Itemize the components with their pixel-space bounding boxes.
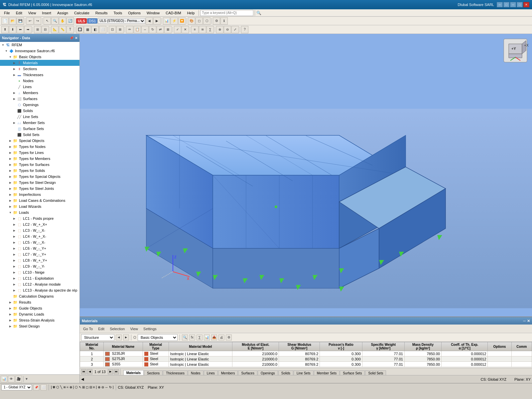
tree-load-cases[interactable]: ▶ 📁 Load Cases & Combinations (0, 198, 79, 203)
wire-btn[interactable]: ◻ (196, 17, 203, 25)
tree-rfem-root[interactable]: ▼ 🏗 RFEM (0, 42, 79, 48)
tree-lc3[interactable]: ▶ ⬚ LC3 - W_-_X- (0, 227, 79, 233)
dt-filter[interactable]: 🔍 (182, 334, 188, 340)
tree-results[interactable]: ▶ 📁 Results (0, 299, 79, 305)
tree-nodes[interactable]: ● Nodes (0, 78, 79, 84)
deform-btn[interactable]: ⚡ (171, 17, 178, 25)
tb2-btn3[interactable]: ⬅ (17, 26, 24, 33)
table-row[interactable]: 3 S355 Steel Isotropic | Linear Elastic … (80, 362, 532, 367)
tree-openings[interactable]: ⬡ Openings (0, 102, 79, 108)
sub-maximize-button[interactable]: □ (517, 2, 523, 7)
nav-data-btn[interactable]: 📊 (1, 376, 7, 382)
tree-sections[interactable]: ▶ Ⅱ Sections (0, 66, 79, 72)
tb2-fit[interactable]: ⤢ (231, 26, 239, 33)
tree-lc7[interactable]: ▶ ⬚ LC7 - W_-_Y+ (0, 251, 79, 257)
search-icon[interactable]: 🔍 (256, 11, 261, 15)
tree-basic-objects[interactable]: ▼ 📁 Basic Objects (0, 54, 79, 60)
viewport[interactable]: Z X +Y +X (80, 34, 532, 383)
cell-comm[interactable] (511, 356, 532, 362)
dt-chart[interactable]: 📊 (204, 334, 210, 340)
menu-tools[interactable]: Tools (111, 10, 125, 16)
view-btn[interactable]: View (128, 326, 140, 332)
structure-select[interactable]: Structure (81, 334, 114, 341)
menu-calculate[interactable]: Calculate (71, 10, 92, 16)
tree-lc6[interactable]: ▶ ⬚ LC6 - W_-_Y+ (0, 245, 79, 251)
page-last[interactable]: ⏭ (114, 369, 119, 374)
tree-member-sets[interactable]: ▶ ⟂⟂ Member Sets (0, 120, 79, 126)
tree-loads[interactable]: ▼ 📁 Loads (0, 209, 79, 215)
tb2-btn2[interactable]: ⬇ (9, 26, 16, 33)
tb2-copy[interactable]: 📋 (134, 26, 141, 33)
tree-steel-design[interactable]: ▶ 📁 Steel Design (0, 323, 79, 329)
tb2-check[interactable]: ✓ (174, 26, 181, 33)
select-button[interactable]: ↖ (44, 17, 51, 25)
menu-help[interactable]: Help (185, 10, 198, 16)
table-row[interactable]: 1 S235JR Steel Isotropic | Linear Elasti… (80, 351, 532, 356)
tree-thicknesses[interactable]: ▶ ▬ Thicknesses (0, 72, 79, 78)
tree-lc12[interactable]: ▶ ⬚ LC12 - Analyse modale (0, 281, 79, 287)
tb2-x[interactable]: ✕ (182, 26, 189, 33)
tb2-scale[interactable]: ⊠ (164, 26, 172, 33)
nav-video-btn[interactable]: 🎥 (15, 376, 22, 382)
nav-cube[interactable]: +Y +X (502, 37, 529, 64)
tb2-extra1[interactable]: ≡ (191, 26, 199, 33)
menu-insert[interactable]: Insert (39, 10, 54, 16)
dt-export[interactable]: 📤 (211, 334, 217, 340)
tree-surfaces[interactable]: ▶ ⬜ Surfaces (0, 96, 79, 102)
tree-types-steel-design[interactable]: ▶ 📁 Types for Steel Design (0, 180, 79, 186)
tb2-btn1[interactable]: ⬆ (1, 26, 9, 33)
tb2-mirror[interactable]: ⇌ (157, 26, 164, 33)
settings-btn[interactable]: ⚙ (213, 17, 220, 25)
results-btn[interactable]: 📊 (163, 17, 170, 25)
tb2-zoom2[interactable]: ⊖ (224, 26, 231, 33)
cell-options[interactable] (488, 356, 511, 362)
cell-options[interactable] (488, 351, 511, 356)
render-btn[interactable]: 🎨 (188, 17, 195, 25)
edit-btn[interactable]: Edit (96, 326, 106, 332)
table-row[interactable]: 2 S275JR Steel Isotropic | Linear Elasti… (80, 356, 532, 362)
tree-load-wizards[interactable]: ▶ 📁 Load Wizards (0, 203, 79, 209)
tree-guide-objects[interactable]: ▶ 📁 Guide Objects (0, 305, 79, 311)
menu-file[interactable]: File (1, 10, 13, 16)
tb2-grid[interactable]: ⊞ (34, 26, 41, 33)
dt-print[interactable]: 🖨 (218, 334, 224, 340)
navigator-tree[interactable]: ▼ 🏗 RFEM ▼ 🔷 Innovespace Sautron.rf6 ▼ 📁… (0, 42, 79, 374)
tb2-help[interactable]: ? (241, 26, 248, 33)
nav-display-btn[interactable]: 👁 (8, 376, 15, 382)
save-button[interactable]: 💾 (17, 17, 24, 25)
struct-next[interactable]: ▶ (123, 334, 129, 340)
tb2-view3[interactable]: ◧ (91, 26, 99, 33)
cell-comm[interactable] (511, 362, 532, 367)
menu-view[interactable]: View (26, 10, 39, 16)
tree-project[interactable]: ▼ 🔷 Innovespace Sautron.rf6 (0, 48, 79, 54)
tree-solids[interactable]: ⬛ Solids (0, 108, 79, 114)
menu-cadbim[interactable]: CAD-BIM (163, 10, 184, 16)
tb2-move[interactable]: ↔ (141, 26, 149, 33)
struct-prev[interactable]: ◀ (116, 334, 122, 340)
tree-types-steel-joints[interactable]: ▶ 📁 Types for Steel Joints (0, 186, 79, 192)
dt-fx[interactable]: fx (189, 334, 195, 340)
tree-lc4[interactable]: ▶ ⬚ LC4 - W_+_X- (0, 233, 79, 239)
cell-options[interactable] (488, 362, 511, 367)
tree-stress-strain[interactable]: ▶ 📁 Stress-Strain Analysis (0, 317, 79, 323)
info-btn[interactable]: ℹ (220, 17, 228, 25)
status-btn2[interactable]: ⬜ (41, 384, 47, 390)
tree-types-nodes[interactable]: ▶ 📁 Types for Nodes (0, 144, 79, 150)
settings-menu-btn[interactable]: Settings (141, 326, 159, 332)
pan-button[interactable]: ✋ (59, 17, 66, 25)
tab-materials[interactable]: Materials (123, 370, 144, 376)
tb2-view2[interactable]: ▦ (84, 26, 91, 33)
page-first[interactable]: ⏮ (81, 369, 86, 374)
rotate-button[interactable]: 🔄 (66, 17, 74, 25)
nav-close-button[interactable]: ✕ (75, 36, 77, 40)
tree-lc13[interactable]: ▶ ⬚ LC13 - Analyse du spectre de rép (0, 287, 79, 293)
tb2-zoom1[interactable]: ⊕ (216, 26, 223, 33)
isometric-btn[interactable]: ⬡ (203, 17, 210, 25)
menu-edit[interactable]: Edit (13, 10, 25, 16)
tree-surface-sets[interactable]: ◫ Surface Sets (0, 126, 79, 132)
tree-calc-diagrams[interactable]: 📁 Calculation Diagrams (0, 293, 79, 299)
menu-options[interactable]: Options (125, 10, 143, 16)
tb2-view4[interactable]: ⬜ (99, 26, 106, 33)
dt-settings2[interactable]: ⚙ (226, 334, 232, 340)
tree-solid-sets[interactable]: ⬛ Solid Sets (0, 132, 79, 138)
